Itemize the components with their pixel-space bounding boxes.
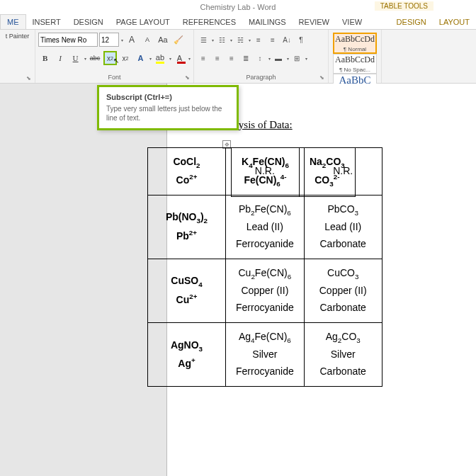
tab-references[interactable]: REFERENCES xyxy=(176,15,242,29)
tab-table-design[interactable]: DESIGN xyxy=(390,15,433,29)
tab-review[interactable]: REVIEW xyxy=(293,15,336,29)
size-dropdown-icon[interactable]: ▾ xyxy=(121,38,123,42)
font-group: ▾ A A Aa 🧹 B I U ▾ abc x2↖ x2 A ▾ ab ▾ A… xyxy=(35,30,194,83)
ribbon-content: t Painter ⬊ ▾ A A Aa 🧹 B I U ▾ abc x2↖ x… xyxy=(0,30,476,84)
highlight-dropdown-icon[interactable]: ▾ xyxy=(169,56,171,61)
font-size-select[interactable] xyxy=(99,33,119,47)
decrease-indent-button[interactable]: ≡ xyxy=(252,33,265,46)
sort-button[interactable]: A↓ xyxy=(280,33,293,46)
text-effects-button[interactable]: A xyxy=(134,51,147,65)
clipboard-group: t Painter ⬊ xyxy=(0,30,35,83)
tab-table-layout[interactable]: LAYOUT xyxy=(433,15,476,29)
table-row: CuSO4Cu2+ Cu2Fe(CN)6Copper (II)Ferrocyan… xyxy=(148,259,382,322)
font-name-select[interactable] xyxy=(38,33,98,47)
page-margin-left xyxy=(0,84,167,476)
effects-dropdown-icon[interactable]: ▾ xyxy=(149,56,152,61)
paragraph-group: ☰▾ ☷▾ ☵▾ ≡ ≡ A↓ ¶ ≡ ≡ ≡ ≣ ↕▾ ▬▾ ⊞▾ Parag… xyxy=(194,30,329,83)
italic-button[interactable]: I xyxy=(53,51,67,65)
strikethrough-button[interactable]: abc xyxy=(88,51,101,65)
superscript-button[interactable]: x2 xyxy=(118,51,132,65)
paragraph-group-label: Paragraph xyxy=(197,73,325,81)
document-area: alysis of Data: ✥ K4Fe(CN)6Fe(CN)64- Na2… xyxy=(0,84,476,476)
tooltip-description: Type very small letters just below the l… xyxy=(106,104,230,123)
numbering-dropdown-icon[interactable]: ▾ xyxy=(230,38,232,42)
multilevel-button[interactable]: ☵ xyxy=(234,33,246,46)
data-table-body[interactable]: CoCl2Co2+ N.R. N.R. Pb(NO3)2Pb2+ Pb2Fe(C… xyxy=(147,147,382,387)
numbering-button[interactable]: ☷ xyxy=(215,33,228,46)
style-name: ¶ Normal xyxy=(344,46,366,52)
align-left-button[interactable]: ≡ xyxy=(197,52,210,64)
table-row: Pb(NO3)2Pb2+ Pb2Fe(CN)6Lead (II)Ferrocya… xyxy=(148,195,382,259)
align-right-button[interactable]: ≡ xyxy=(225,52,238,64)
format-painter-button[interactable]: t Painter xyxy=(3,31,32,41)
window-title: Chemistry Lab - Word xyxy=(200,3,276,11)
style-sample: AaBbCcDd xyxy=(335,55,375,65)
table-row: CoCl2Co2+ N.R. N.R. xyxy=(148,148,382,196)
change-case-button[interactable]: Aa xyxy=(156,33,170,47)
style-no-spacing[interactable]: AaBbCcDd ¶ No Spac... xyxy=(333,54,377,74)
bold-button[interactable]: B xyxy=(38,51,52,65)
show-marks-button[interactable]: ¶ xyxy=(295,33,307,46)
table-tools-label: TABLE TOOLS xyxy=(375,1,434,11)
tab-home[interactable]: ME xyxy=(0,14,26,29)
highlight-button[interactable]: ab xyxy=(153,51,166,65)
shading-dropdown-icon[interactable]: ▾ xyxy=(287,56,289,61)
paragraph-dialog-launcher[interactable]: ⬊ xyxy=(319,74,327,81)
clipboard-dialog-launcher[interactable]: ⬊ xyxy=(26,75,33,82)
grow-font-button[interactable]: A xyxy=(125,33,139,47)
borders-dropdown-icon[interactable]: ▾ xyxy=(305,56,307,61)
underline-button[interactable]: U xyxy=(69,51,82,65)
style-normal[interactable]: AaBbCcDd ¶ Normal xyxy=(333,33,377,54)
font-color-dropdown-icon[interactable]: ▾ xyxy=(188,56,191,61)
section-heading: alysis of Data: xyxy=(231,119,293,131)
subscript-tooltip: Subscript (Ctrl+=) Type very small lette… xyxy=(97,85,239,130)
tab-design[interactable]: DESIGN xyxy=(67,15,110,29)
justify-button[interactable]: ≣ xyxy=(239,52,252,64)
borders-button[interactable]: ⊞ xyxy=(290,52,303,64)
style-name: ¶ No Spac... xyxy=(339,67,370,73)
line-spacing-button[interactable]: ↕ xyxy=(254,52,266,64)
bullets-dropdown-icon[interactable]: ▾ xyxy=(212,38,214,42)
ribbon-tabs: ME INSERT DESIGN PAGE LAYOUT REFERENCES … xyxy=(0,14,476,30)
tab-page-layout[interactable]: PAGE LAYOUT xyxy=(110,15,176,29)
subscript-button[interactable]: x2↖ xyxy=(103,51,118,65)
table-row: AgNO3Ag+ Ag4Fe(CN)6SilverFerrocyanide Ag… xyxy=(148,322,382,386)
increase-indent-button[interactable]: ≡ xyxy=(266,33,279,46)
font-color-button[interactable]: A xyxy=(173,51,186,65)
tab-view[interactable]: VIEW xyxy=(336,15,368,29)
style-sample: AaBbCcDd xyxy=(335,34,375,45)
tab-mailings[interactable]: MAILINGS xyxy=(242,15,293,29)
font-group-label: Font xyxy=(38,73,191,81)
clear-formatting-button[interactable]: 🧹 xyxy=(171,33,186,47)
bullets-button[interactable]: ☰ xyxy=(197,33,210,46)
align-center-button[interactable]: ≡ xyxy=(211,52,224,64)
title-bar: Chemistry Lab - Word TABLE TOOLS xyxy=(0,0,476,14)
tab-insert[interactable]: INSERT xyxy=(26,15,67,29)
ls-dropdown-icon[interactable]: ▾ xyxy=(268,56,271,61)
shading-button[interactable]: ▬ xyxy=(272,52,285,64)
shrink-font-button[interactable]: A xyxy=(140,33,154,47)
document-page[interactable]: alysis of Data: ✥ K4Fe(CN)6Fe(CN)64- Na2… xyxy=(167,84,476,476)
tooltip-title: Subscript (Ctrl+=) xyxy=(106,93,230,101)
styles-group: AaBbCcDd ¶ Normal AaBbCcDd ¶ No Spac... … xyxy=(329,30,382,83)
font-dialog-launcher[interactable]: ⬊ xyxy=(185,74,192,81)
ml-dropdown-icon[interactable]: ▾ xyxy=(249,38,251,42)
underline-dropdown-icon[interactable]: ▾ xyxy=(84,56,86,61)
